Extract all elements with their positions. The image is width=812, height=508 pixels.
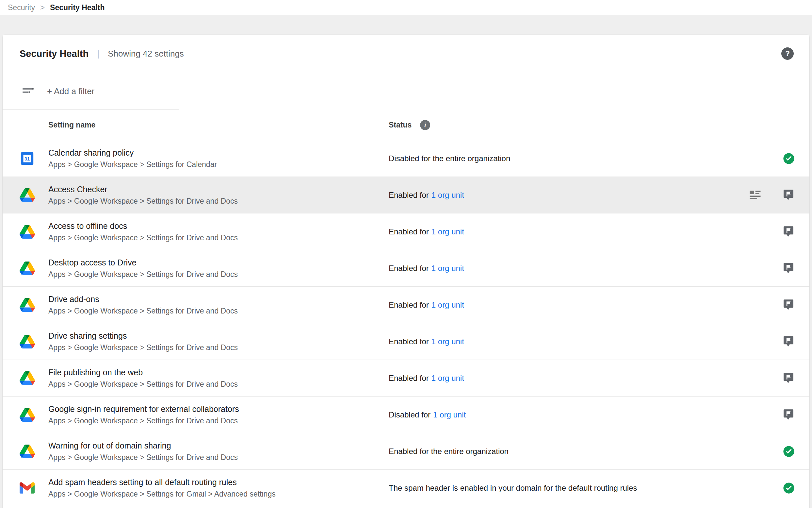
status-cell: Enabled for the entire organization bbox=[389, 447, 782, 456]
setting-name-cell: Access to offline docs Apps > Google Wor… bbox=[48, 221, 389, 242]
row-actions bbox=[782, 335, 795, 348]
setting-name: Drive sharing settings bbox=[48, 331, 389, 341]
drive-icon bbox=[19, 298, 35, 312]
row-actions bbox=[782, 372, 795, 385]
org-unit-link[interactable]: 1 org unit bbox=[431, 300, 464, 309]
recommendation-flag-icon[interactable] bbox=[782, 262, 795, 275]
drive-icon bbox=[19, 188, 35, 202]
status-text: Enabled for bbox=[389, 374, 429, 382]
table-row[interactable]: Drive sharing settings Apps > Google Wor… bbox=[3, 323, 809, 359]
setting-name: Warning for out of domain sharing bbox=[48, 441, 389, 451]
row-actions bbox=[749, 188, 795, 202]
row-actions bbox=[782, 445, 795, 458]
table-row[interactable]: Warning for out of domain sharing Apps >… bbox=[3, 433, 809, 469]
app-icon-cell bbox=[19, 371, 48, 385]
status-text: Disabled for the entire organization bbox=[389, 154, 510, 163]
table-row[interactable]: 31 Calendar sharing policy Apps > Google… bbox=[3, 140, 809, 176]
breadcrumb-item-security[interactable]: Security bbox=[8, 3, 35, 12]
org-unit-link[interactable]: 1 org unit bbox=[431, 337, 464, 346]
setting-path: Apps > Google Workspace > Settings for D… bbox=[48, 234, 389, 242]
recommendation-flag-icon[interactable] bbox=[782, 335, 795, 348]
app-icon-cell bbox=[19, 444, 48, 458]
status-text: Enabled for bbox=[389, 227, 429, 236]
table-row[interactable]: Access to offline docs Apps > Google Wor… bbox=[3, 213, 809, 250]
drive-icon bbox=[19, 371, 35, 385]
status-text: The spam header is enabled in your domai… bbox=[389, 483, 637, 492]
setting-path: Apps > Google Workspace > Settings for D… bbox=[48, 380, 389, 389]
table-header: Setting name Status i bbox=[3, 110, 809, 140]
status-cell: Enabled for1 org unit bbox=[389, 264, 782, 273]
setting-path: Apps > Google Workspace > Settings for D… bbox=[48, 417, 389, 425]
help-icon[interactable]: ? bbox=[781, 47, 794, 60]
status-cell: The spam header is enabled in your domai… bbox=[389, 483, 782, 493]
setting-name: Desktop access to Drive bbox=[48, 258, 389, 267]
view-details-icon[interactable] bbox=[749, 190, 761, 200]
org-unit-link[interactable]: 1 org unit bbox=[431, 227, 464, 236]
status-ok-icon bbox=[782, 445, 795, 458]
filter-underline bbox=[3, 110, 179, 110]
drive-icon bbox=[19, 225, 35, 239]
org-unit-link[interactable]: 1 org unit bbox=[433, 410, 466, 419]
app-icon-cell bbox=[19, 261, 48, 275]
settings-table-body: 31 Calendar sharing policy Apps > Google… bbox=[3, 140, 809, 506]
app-icon-cell bbox=[19, 482, 48, 494]
title-divider: | bbox=[97, 49, 99, 59]
info-icon[interactable]: i bbox=[420, 120, 430, 130]
status-ok-icon bbox=[782, 482, 795, 494]
status-cell: Disabled for1 org unit bbox=[389, 410, 782, 419]
setting-name-cell: Google sign-in requirement for external … bbox=[48, 405, 389, 425]
status-text: Enabled for bbox=[389, 337, 429, 346]
setting-name: Drive add-ons bbox=[48, 295, 389, 304]
breadcrumb: Security > Security Health bbox=[0, 0, 812, 15]
setting-name-cell: File publishing on the web Apps > Google… bbox=[48, 368, 389, 389]
row-actions bbox=[782, 262, 795, 275]
row-actions bbox=[782, 152, 795, 165]
card-header: Security Health | Showing 42 settings ? bbox=[3, 35, 809, 73]
app-icon-cell bbox=[19, 298, 48, 312]
org-unit-link[interactable]: 1 org unit bbox=[431, 190, 464, 200]
app-icon-cell bbox=[19, 335, 48, 348]
status-column-header-cell: Status i bbox=[389, 120, 795, 130]
status-text: Enabled for bbox=[389, 264, 429, 272]
table-row[interactable]: Drive add-ons Apps > Google Workspace > … bbox=[3, 286, 809, 323]
setting-name: Calendar sharing policy bbox=[48, 148, 389, 158]
row-actions bbox=[782, 482, 795, 494]
settings-count-label: Showing 42 settings bbox=[108, 49, 184, 59]
setting-path: Apps > Google Workspace > Settings for C… bbox=[48, 160, 389, 169]
setting-name: Add spam headers setting to all default … bbox=[48, 478, 389, 487]
status-ok-icon bbox=[782, 152, 795, 165]
filter-list-icon[interactable] bbox=[21, 84, 35, 98]
gmail-icon bbox=[19, 482, 35, 494]
add-filter-button[interactable]: + Add a filter bbox=[47, 86, 94, 96]
status-cell: Enabled for1 org unit bbox=[389, 300, 782, 309]
row-actions bbox=[782, 298, 795, 311]
setting-name: Access to offline docs bbox=[48, 221, 389, 231]
recommendation-flag-icon[interactable] bbox=[782, 408, 795, 421]
calendar-icon: 31 bbox=[19, 151, 35, 166]
table-row[interactable]: Add spam headers setting to all default … bbox=[3, 469, 809, 506]
setting-path: Apps > Google Workspace > Settings for D… bbox=[48, 307, 389, 315]
status-text: Enabled for bbox=[389, 190, 429, 200]
status-text: Enabled for the entire organization bbox=[389, 447, 509, 456]
org-unit-link[interactable]: 1 org unit bbox=[431, 374, 464, 382]
drive-icon bbox=[19, 444, 35, 458]
status-column-header: Status bbox=[389, 121, 412, 129]
chevron-right-icon: > bbox=[40, 3, 45, 12]
app-icon-cell bbox=[19, 225, 48, 239]
drive-icon bbox=[19, 335, 35, 348]
recommendation-flag-icon[interactable] bbox=[782, 298, 795, 311]
recommendation-flag-icon[interactable] bbox=[782, 372, 795, 385]
status-cell: Enabled for1 org unit bbox=[389, 337, 782, 346]
table-row[interactable]: Desktop access to Drive Apps > Google Wo… bbox=[3, 250, 809, 286]
table-row[interactable]: Google sign-in requirement for external … bbox=[3, 396, 809, 433]
setting-name: Google sign-in requirement for external … bbox=[48, 405, 389, 414]
table-row[interactable]: Access Checker Apps > Google Workspace >… bbox=[3, 176, 809, 213]
recommendation-flag-icon[interactable] bbox=[782, 225, 795, 238]
org-unit-link[interactable]: 1 org unit bbox=[431, 264, 464, 272]
setting-name-cell: Calendar sharing policy Apps > Google Wo… bbox=[48, 148, 389, 169]
setting-path: Apps > Google Workspace > Settings for D… bbox=[48, 270, 389, 279]
table-row[interactable]: File publishing on the web Apps > Google… bbox=[3, 359, 809, 396]
app-icon-cell bbox=[19, 408, 48, 422]
recommendation-flag-icon[interactable] bbox=[782, 188, 795, 202]
page-title: Security Health bbox=[19, 48, 89, 59]
